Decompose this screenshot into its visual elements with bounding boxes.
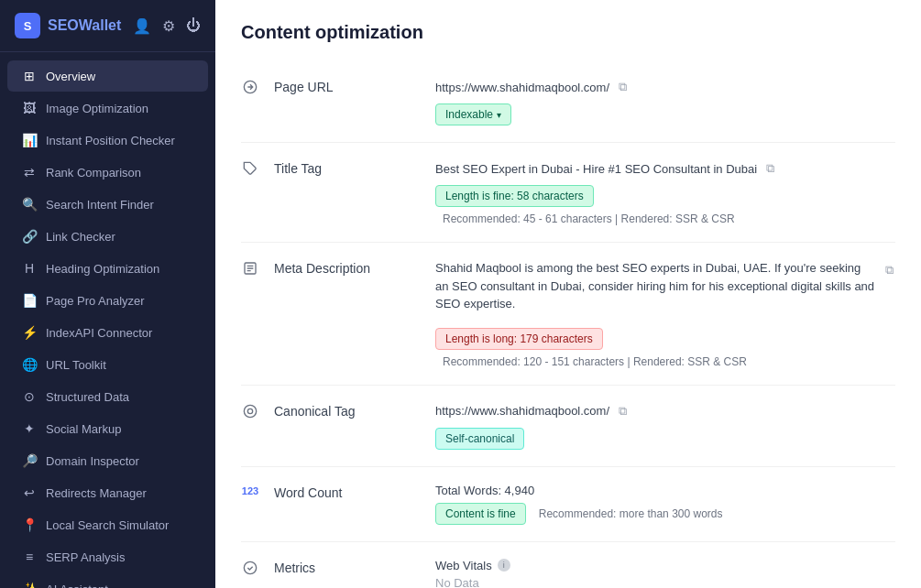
power-icon[interactable]: ⏻ xyxy=(186,17,201,34)
sidebar-header: S SEOWallet 👤 ⚙ ⏻ xyxy=(0,0,215,52)
api-icon: ⚡ xyxy=(22,325,37,340)
sidebar-item-label: SERP Analysis xyxy=(46,550,125,564)
sidebar-item-label: Rank Comparison xyxy=(46,166,141,180)
sidebar-item-social-markup[interactable]: ✦ Social Markup xyxy=(7,413,208,444)
web-vitals-row: Web Vitals i xyxy=(435,559,895,572)
link-circle-icon xyxy=(241,80,259,94)
sidebar-item-local-search[interactable]: 📍 Local Search Simulator xyxy=(7,509,208,540)
sidebar-item-ai-assistant[interactable]: ✨ AI Assistant xyxy=(7,573,208,588)
sidebar-item-label: Search Intent Finder xyxy=(46,198,154,212)
title-tag-value: Best SEO Expert in Dubai - Hire #1 SEO C… xyxy=(435,162,757,176)
meta-desc-label: Meta Description xyxy=(274,259,421,276)
copy-title-button[interactable]: ⧉ xyxy=(764,159,776,178)
sidebar-item-structured-data[interactable]: ⊙ Structured Data xyxy=(7,381,208,412)
copy-meta-button[interactable]: ⧉ xyxy=(883,261,895,279)
word-count-content: Total Words: 4,940 Content is fine Recom… xyxy=(435,484,895,525)
sidebar-item-overview[interactable]: ⊞ Overview xyxy=(7,60,208,92)
sidebar: S SEOWallet 👤 ⚙ ⏻ ⊞ Overview 🖼 Image Opt… xyxy=(0,0,215,588)
svg-point-3 xyxy=(244,405,256,417)
canonical-content: https://www.shahidmaqbool.com/ ⧉ Self-ca… xyxy=(435,402,895,450)
info-icon[interactable]: i xyxy=(498,559,510,572)
canonical-icon xyxy=(241,404,259,419)
sidebar-item-label: Local Search Simulator xyxy=(46,518,169,532)
serp-icon: ≡ xyxy=(22,550,37,564)
section-word-count: 123 Word Count Total Words: 4,940 Conten… xyxy=(241,467,895,542)
struct-icon: ⊙ xyxy=(22,389,37,404)
page-url-content: https://www.shahidmaqbool.com/ ⧉ Indexab… xyxy=(435,78,895,125)
page-url-label: Page URL xyxy=(274,78,421,94)
section-meta-description: Meta Description Shahid Maqbool is among… xyxy=(241,243,895,386)
word-count-total: Total Words: 4,940 xyxy=(435,484,895,497)
metrics-label-text: Metrics xyxy=(274,559,421,575)
sidebar-item-image-optimization[interactable]: 🖼 Image Optimization xyxy=(7,93,208,124)
content-fine-badge: Content is fine xyxy=(435,503,526,525)
web-vitals-label: Web Vitals xyxy=(435,559,492,572)
sidebar-item-serp-analysis[interactable]: ≡ SERP Analysis xyxy=(7,541,208,572)
local-icon: 📍 xyxy=(22,517,37,532)
page-url-value: https://www.shahidmaqbool.com/ xyxy=(435,81,609,94)
title-text-row: Best SEO Expert in Dubai - Hire #1 SEO C… xyxy=(435,159,895,178)
canonical-label: Canonical Tag xyxy=(274,402,421,419)
sidebar-item-search-intent[interactable]: 🔍 Search Intent Finder xyxy=(7,189,208,220)
sidebar-item-rank-comparison[interactable]: ⇄ Rank Comparison xyxy=(7,157,208,188)
metrics-no-data: No Data xyxy=(435,576,895,589)
metrics-icon xyxy=(241,561,259,575)
canonical-url-row: https://www.shahidmaqbool.com/ ⧉ xyxy=(435,402,895,420)
svg-point-4 xyxy=(247,408,252,413)
sidebar-item-label: Link Checker xyxy=(46,230,115,244)
link-icon: 🔗 xyxy=(22,229,37,244)
tag-icon xyxy=(241,161,259,176)
canonical-url-value: https://www.shahidmaqbool.com/ xyxy=(435,404,609,418)
sidebar-item-label: Image Optimization xyxy=(46,102,148,115)
title-length-badge: Length is fine: 58 characters xyxy=(435,185,594,207)
person-icon[interactable]: 👤 xyxy=(133,17,151,35)
sidebar-item-url-toolkit[interactable]: 🌐 URL Toolkit xyxy=(7,349,208,380)
sidebar-item-label: Structured Data xyxy=(46,390,129,404)
meta-desc-content: Shahid Maqbool is among the best SEO exp… xyxy=(435,259,895,368)
redirect-icon: ↩ xyxy=(22,485,37,500)
sidebar-item-heading-optimization[interactable]: H Heading Optimization xyxy=(7,253,208,284)
meta-badge-row: Length is long: 179 characters Recommend… xyxy=(435,328,895,368)
ai-icon: ✨ xyxy=(22,582,37,588)
copy-url-button[interactable]: ⧉ xyxy=(617,78,629,96)
logo-text: SEOWallet xyxy=(48,17,121,34)
sidebar-item-label: Social Markup xyxy=(46,422,121,436)
sidebar-item-label: URL Toolkit xyxy=(46,358,106,372)
sidebar-item-domain-inspector[interactable]: 🔎 Domain Inspector xyxy=(7,445,208,476)
metrics-content: Web Vitals i No Data xyxy=(435,559,895,589)
sidebar-item-instant-position[interactable]: 📊 Instant Position Checker xyxy=(7,125,208,156)
sidebar-item-page-pro[interactable]: 📄 Page Pro Analyzer xyxy=(7,285,208,316)
sidebar-item-label: Redirects Manager xyxy=(46,486,147,500)
sidebar-item-label: Overview xyxy=(46,70,95,83)
123-icon: 123 xyxy=(241,485,259,496)
heading-icon: H xyxy=(22,261,37,276)
sidebar-item-label: Heading Optimization xyxy=(46,262,159,276)
section-metrics: Metrics Web Vitals i No Data xyxy=(241,542,895,589)
self-canonical-badge: Self-canonical xyxy=(435,428,524,450)
sidebar-item-label: Page Pro Analyzer xyxy=(46,294,145,308)
title-recommendation: Recommended: 45 - 61 characters | Render… xyxy=(443,212,735,225)
sidebar-item-label: Instant Position Checker xyxy=(46,134,175,147)
meta-text-row: Shahid Maqbool is among the best SEO exp… xyxy=(435,259,895,321)
settings-icon[interactable]: ⚙ xyxy=(162,17,175,35)
sidebar-item-redirects[interactable]: ↩ Redirects Manager xyxy=(7,477,208,508)
sidebar-nav: ⊞ Overview 🖼 Image Optimization 📊 Instan… xyxy=(0,52,215,588)
sidebar-item-indexapi[interactable]: ⚡ IndexAPI Connector xyxy=(7,317,208,348)
meta-recommendation: Recommended: 120 - 151 characters | Rend… xyxy=(443,355,747,368)
domain-icon: 🔎 xyxy=(22,453,37,468)
logo-icon: S xyxy=(15,13,40,38)
logo-area: S SEOWallet xyxy=(15,13,121,38)
main-content: Content optimization Page URL https://ww… xyxy=(215,0,921,588)
sidebar-item-link-checker[interactable]: 🔗 Link Checker xyxy=(7,221,208,252)
grid-icon: ⊞ xyxy=(22,69,37,83)
indexable-badge-row: Indexable xyxy=(435,103,895,125)
url-icon: 🌐 xyxy=(22,357,37,372)
word-count-recommendation: Recommended: more than 300 words xyxy=(539,507,723,520)
section-title-tag: Title Tag Best SEO Expert in Dubai - Hir… xyxy=(241,143,895,243)
canonical-badge-row: Self-canonical xyxy=(435,428,895,450)
copy-canonical-button[interactable]: ⧉ xyxy=(617,402,629,420)
section-page-url: Page URL https://www.shahidmaqbool.com/ … xyxy=(241,61,895,143)
indexable-badge[interactable]: Indexable xyxy=(435,103,511,125)
social-icon: ✦ xyxy=(22,421,37,436)
compare-icon: ⇄ xyxy=(22,165,37,180)
